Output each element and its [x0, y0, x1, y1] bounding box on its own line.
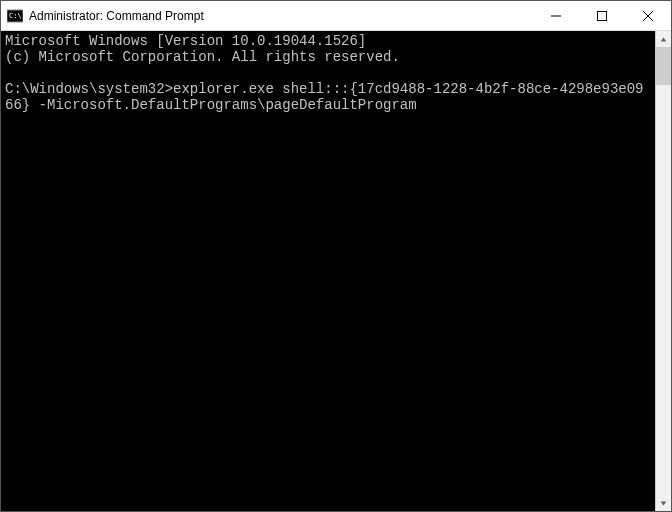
content-area: Microsoft Windows [Version 10.0.19044.15… — [1, 31, 671, 511]
window-title: Administrator: Command Prompt — [29, 9, 533, 23]
maximize-button[interactable] — [579, 1, 625, 30]
close-button[interactable] — [625, 1, 671, 30]
vertical-scrollbar[interactable] — [655, 31, 671, 511]
window-controls — [533, 1, 671, 30]
scroll-thumb[interactable] — [656, 47, 671, 85]
svg-text:C:\: C:\ — [9, 12, 22, 20]
minimize-button[interactable] — [533, 1, 579, 30]
titlebar[interactable]: C:\ Administrator: Command Prompt — [1, 1, 671, 31]
version-line: Microsoft Windows [Version 10.0.19044.15… — [5, 33, 366, 49]
scroll-down-button[interactable] — [656, 495, 671, 511]
svg-rect-3 — [598, 11, 607, 20]
copyright-line: (c) Microsoft Corporation. All rights re… — [5, 49, 400, 65]
prompt: C:\Windows\system32> — [5, 81, 173, 97]
terminal-output[interactable]: Microsoft Windows [Version 10.0.19044.15… — [1, 31, 655, 511]
scroll-up-button[interactable] — [656, 31, 671, 47]
cmd-icon: C:\ — [7, 8, 23, 24]
command-prompt-window: C:\ Administrator: Command Prompt Micros… — [0, 0, 672, 512]
